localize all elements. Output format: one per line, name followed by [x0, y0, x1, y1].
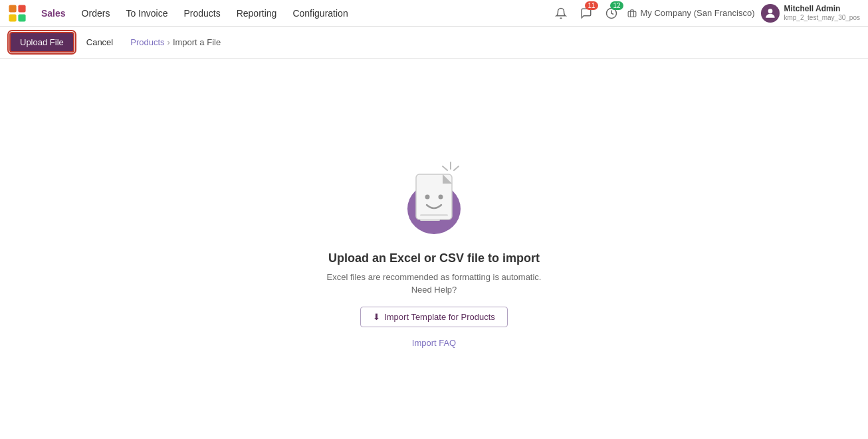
user-subtitle: kmp_2_test_may_30_pos	[784, 14, 860, 22]
nav-reporting[interactable]: Reporting	[230, 5, 284, 21]
breadcrumb-separator: ›	[167, 37, 170, 47]
breadcrumb: Products › Import a File	[130, 37, 221, 47]
activity-badge: 12	[610, 1, 623, 10]
main-title: Upload an Excel or CSV file to import	[328, 251, 540, 265]
company-icon	[627, 9, 637, 18]
svg-rect-3	[18, 14, 25, 21]
svg-rect-11	[420, 214, 448, 216]
nav-orders[interactable]: Orders	[75, 5, 117, 21]
download-icon: ⬇	[373, 312, 380, 322]
top-navigation: Sales Orders To Invoice Products Reporti…	[0, 0, 868, 27]
topnav-right: 11 12 My Company (San Francisco)	[552, 4, 860, 23]
user-menu[interactable]: Mitchell Admin kmp_2_test_may_30_pos	[761, 4, 860, 23]
messages-badge: 11	[585, 1, 597, 10]
import-faq-link[interactable]: Import FAQ	[412, 338, 456, 348]
svg-point-6	[768, 9, 773, 13]
company-name: My Company (San Francisco)	[641, 8, 755, 18]
nav-products[interactable]: Products	[177, 5, 227, 21]
page-toolbar: Upload File Cancel Products › Import a F…	[0, 27, 868, 59]
user-name-block: Mitchell Admin kmp_2_test_may_30_pos	[784, 4, 860, 21]
svg-point-10	[439, 194, 443, 199]
svg-line-14	[443, 166, 447, 170]
main-content: Upload an Excel or CSV file to import Ex…	[0, 59, 868, 439]
breadcrumb-current: Import a File	[173, 37, 221, 47]
svg-rect-2	[9, 14, 16, 21]
nav-sales[interactable]: Sales	[35, 5, 72, 21]
notifications-button[interactable]	[552, 4, 570, 23]
svg-rect-0	[9, 5, 16, 12]
svg-rect-12	[420, 219, 440, 221]
app-logo[interactable]	[8, 4, 27, 23]
main-help: Need Help?	[411, 285, 457, 295]
breadcrumb-parent[interactable]: Products	[130, 37, 164, 47]
activity-button[interactable]: 12	[602, 4, 621, 23]
user-full-name: Mitchell Admin	[784, 4, 860, 13]
company-selector[interactable]: My Company (San Francisco)	[627, 8, 755, 18]
cancel-button[interactable]: Cancel	[80, 33, 120, 51]
user-avatar	[761, 4, 780, 23]
nav-to-invoice[interactable]: To Invoice	[119, 5, 174, 21]
nav-configuration[interactable]: Configuration	[286, 5, 354, 21]
svg-point-9	[425, 194, 430, 199]
svg-line-15	[454, 166, 459, 170]
main-subtitle: Excel files are recommended as formattin…	[327, 272, 542, 282]
messages-button[interactable]: 11	[577, 4, 596, 23]
svg-rect-5	[628, 11, 636, 17]
upload-file-button[interactable]: Upload File	[9, 32, 74, 53]
import-template-label: Import Template for Products	[384, 312, 495, 322]
svg-rect-1	[18, 5, 25, 12]
import-template-button[interactable]: ⬇ Import Template for Products	[360, 307, 508, 327]
import-illustration	[397, 156, 471, 235]
